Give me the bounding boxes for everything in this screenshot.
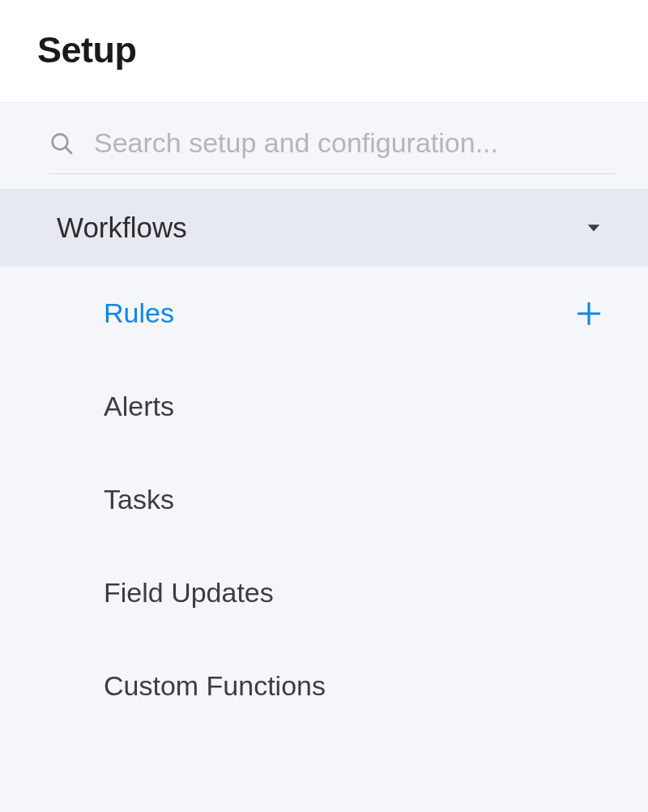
svg-marker-2 [588, 224, 600, 231]
menu-item-label: Custom Functions [104, 670, 326, 702]
menu-item-rules[interactable]: Rules [0, 267, 648, 360]
caret-down-icon [585, 219, 603, 237]
menu-item-field-updates[interactable]: Field Updates [0, 546, 648, 639]
menu-item-label: Rules [104, 297, 174, 329]
plus-icon[interactable] [575, 300, 603, 327]
menu-item-label: Alerts [104, 391, 174, 422]
section-title: Workflows [57, 212, 187, 244]
menu-item-label: Field Updates [104, 577, 274, 609]
menu-item-custom-functions[interactable]: Custom Functions [0, 639, 648, 733]
search-input[interactable] [94, 127, 616, 159]
search-area [0, 103, 648, 189]
svg-line-1 [66, 147, 71, 153]
search-icon [49, 130, 75, 156]
page-header: Setup [0, 0, 648, 103]
menu-item-alerts[interactable]: Alerts [0, 360, 648, 453]
menu-item-label: Tasks [104, 484, 174, 515]
section-header-workflows[interactable]: Workflows [0, 189, 648, 267]
menu-item-tasks[interactable]: Tasks [0, 453, 648, 546]
menu-list: Rules Alerts Tasks Field Updates Custom … [0, 267, 648, 733]
page-title: Setup [37, 29, 616, 71]
search-row [49, 127, 616, 174]
